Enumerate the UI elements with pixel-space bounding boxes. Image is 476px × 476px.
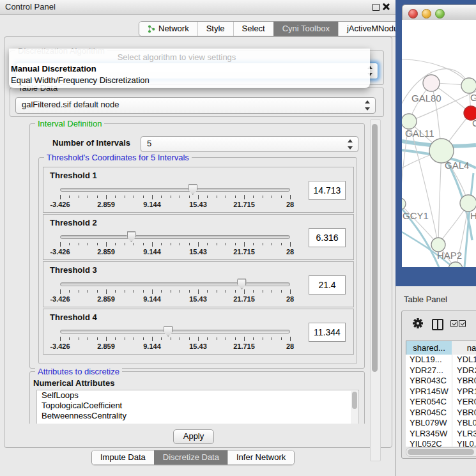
tick-mark — [244, 289, 245, 294]
tick-mark — [125, 337, 125, 340]
number-of-intervals-combobox[interactable]: 5 — [141, 136, 358, 152]
threshold-value-field[interactable]: 6.316 — [309, 228, 346, 247]
list-item[interactable]: BetweennessCentrality — [37, 411, 358, 421]
table-row[interactable]: YPR145WYPR1... — [406, 387, 476, 397]
table-panel-title: Table Panel — [404, 295, 447, 304]
node-label: GAL11 — [405, 128, 434, 139]
thresholds-group: Threshold's Coordinates for 5 Intervals … — [38, 157, 357, 364]
tick-mark — [115, 243, 116, 245]
close-icon[interactable] — [382, 3, 389, 10]
node-label: HAP2 — [437, 250, 462, 261]
tick-mark — [106, 289, 107, 294]
threshold-value-field[interactable]: 21.4 — [309, 275, 346, 295]
network-node-h[interactable] — [460, 195, 476, 211]
tick-mark — [189, 196, 190, 198]
scrollbar-thumb[interactable] — [372, 124, 378, 372]
slider-tick-labels: -3.4262.8599.14415.4321.71528 — [60, 248, 290, 256]
network-node-partial-bottom[interactable] — [449, 262, 463, 267]
popup-option-equal-width[interactable]: Equal Width/Frequency Discretization — [11, 75, 150, 85]
zoom-traffic-light[interactable] — [435, 9, 445, 19]
tick-mark — [281, 290, 282, 293]
tick-mark — [171, 337, 171, 340]
split-columns-icon[interactable] — [432, 319, 443, 330]
tick-mark — [97, 337, 98, 340]
table-row[interactable]: YDL19...YDL1... — [406, 355, 476, 365]
tick-mark — [244, 195, 245, 199]
combo-value: galFiltered.sif default node — [22, 100, 119, 109]
table-row[interactable]: YIL052CYIL0... — [406, 439, 476, 447]
tick-label: 9.144 — [143, 295, 161, 303]
tick-mark — [226, 337, 226, 340]
column-header-shared[interactable]: shared... — [406, 341, 452, 355]
tick-label: 28 — [286, 342, 294, 350]
tick-mark — [161, 290, 162, 293]
node-label: GCY1 — [403, 210, 429, 221]
minimize-traffic-light[interactable] — [422, 9, 431, 19]
table-row[interactable]: YDR27...YDR2... — [406, 365, 476, 376]
slider-thumb[interactable] — [237, 279, 247, 289]
slider-track[interactable] — [60, 282, 290, 286]
tick-mark — [207, 196, 208, 198]
tick-mark — [69, 290, 70, 293]
tick-label: 2.859 — [97, 201, 115, 208]
settings-scrollbar[interactable] — [370, 119, 381, 461]
network-node-gal11[interactable] — [402, 114, 417, 129]
tick-mark — [171, 243, 171, 245]
table-cell: YDL1... — [452, 355, 476, 365]
close-traffic-light[interactable] — [408, 9, 418, 19]
table-row[interactable]: YBR045CYBR0... — [406, 408, 476, 418]
table-row[interactable]: YBR043CYBR0... — [406, 376, 476, 387]
network-node-gcy1[interactable] — [402, 198, 406, 210]
apply-button[interactable]: Apply — [173, 429, 214, 444]
table-row[interactable]: YBL079WYBL0... — [406, 418, 476, 429]
tick-mark — [88, 196, 88, 198]
tick-mark — [189, 290, 190, 293]
tick-mark — [143, 243, 144, 245]
tick-mark — [281, 196, 282, 198]
network-canvas[interactable]: GAL80 G GAL11 C GAL4 GCY1 H HAP2 — [402, 20, 476, 267]
popup-option-manual[interactable]: Manual Discretization — [11, 64, 96, 73]
slider-track[interactable] — [60, 235, 290, 239]
tick-mark — [235, 290, 236, 293]
tab-infer-network[interactable]: Infer Network — [227, 450, 294, 464]
tick-mark — [253, 243, 254, 245]
tab-discretize-data[interactable]: Discretize Data — [154, 450, 227, 464]
tab-select[interactable]: Select — [233, 22, 273, 36]
table-row[interactable]: YER054CYER0... — [406, 397, 476, 408]
tab-impute-data[interactable]: Impute Data — [92, 450, 154, 464]
gear-icon[interactable] — [412, 318, 424, 329]
list-item[interactable]: SelfLoops — [37, 390, 358, 401]
column-header-name[interactable]: name — [452, 341, 476, 355]
top-tabs: Network Style Select Cyni Toolbox jActiv… — [139, 21, 418, 36]
tick-mark — [180, 337, 180, 340]
table-cell: YLR3... — [452, 429, 476, 440]
float-window-icon[interactable] — [372, 4, 380, 11]
tab-network[interactable]: Network — [139, 22, 197, 36]
tick-label: -3.426 — [50, 342, 70, 350]
numerical-attributes-list: SelfLoops TopologicalCoefficient Between… — [36, 390, 359, 424]
slider-thumb[interactable] — [127, 231, 136, 242]
checkbox-icon[interactable] — [450, 320, 457, 327]
tick-label: 2.859 — [97, 248, 115, 256]
slider-track[interactable] — [60, 330, 290, 334]
slider-thumb[interactable] — [188, 184, 197, 195]
slider-track[interactable] — [60, 188, 290, 192]
slider-thumb[interactable] — [164, 326, 173, 337]
tick-label: 21.715 — [233, 295, 255, 303]
table-data-group: Table Data galFiltered.sif default node — [10, 88, 384, 117]
tab-label: Impute Data — [100, 450, 146, 464]
table-row[interactable]: YLR345WYLR3... — [406, 429, 476, 440]
network-node-partial-top[interactable] — [461, 78, 476, 93]
table-hscrollbar[interactable] — [406, 447, 476, 457]
checkbox-icon[interactable] — [459, 320, 466, 327]
tab-style[interactable]: Style — [197, 22, 233, 36]
threshold-value-field[interactable]: 11.344 — [309, 323, 346, 342]
threshold-value-field[interactable]: 14.713 — [309, 181, 346, 200]
tab-cyni-toolbox[interactable]: Cyni Toolbox — [273, 22, 338, 36]
network-node-gal80[interactable] — [423, 75, 440, 91]
list-scrollbar[interactable] — [351, 391, 358, 424]
tick-mark — [235, 196, 236, 198]
tick-mark — [198, 337, 199, 341]
table-data-combobox[interactable]: galFiltered.sif default node — [15, 97, 376, 114]
list-item[interactable]: TopologicalCoefficient — [37, 401, 358, 411]
